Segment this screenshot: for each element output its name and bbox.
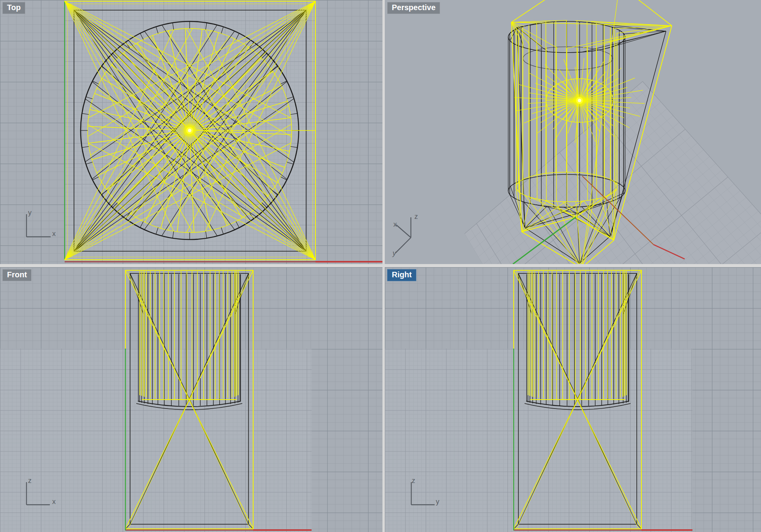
right-axis-label-z: z [412, 477, 415, 485]
cad-four-viewport-workspace: { "viewports": { "top": { "label": "Top"… [0, 0, 761, 532]
right-view-canvas[interactable] [385, 267, 761, 532]
perspective-axis-label-z: z [414, 213, 418, 221]
front-view-canvas[interactable] [0, 267, 382, 532]
top-axis-label-y: y [28, 209, 32, 217]
right-axis-label-y: y [436, 498, 439, 506]
viewport-label-front[interactable]: Front [2, 269, 32, 281]
viewport-label-top[interactable]: Top [2, 2, 25, 14]
viewport-right[interactable]: Right z y [385, 267, 761, 532]
top-view-canvas[interactable] [0, 0, 382, 264]
front-axis-label-z: z [28, 477, 32, 485]
viewport-top[interactable]: Top y x [0, 0, 382, 264]
viewport-perspective[interactable]: Perspective z x y [385, 0, 761, 264]
front-axis-label-x: x [52, 498, 56, 506]
perspective-view-canvas[interactable] [385, 0, 761, 264]
viewport-label-perspective[interactable]: Perspective [387, 2, 440, 14]
top-axis-label-x: x [52, 230, 56, 238]
perspective-axis-label-y: y [393, 249, 396, 257]
viewport-label-right[interactable]: Right [387, 269, 416, 281]
viewport-front[interactable]: Front z x [0, 267, 382, 532]
perspective-axis-label-x: x [393, 220, 397, 229]
